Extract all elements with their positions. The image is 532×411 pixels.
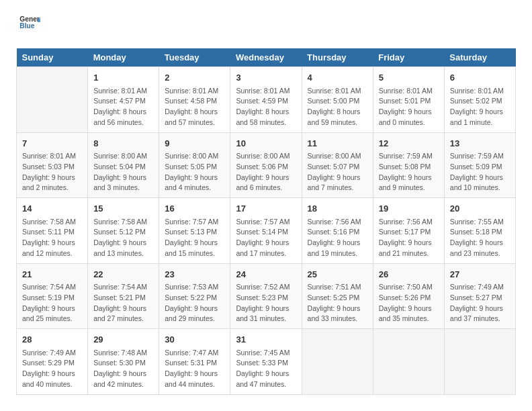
day-info: Sunrise: 7:57 AM Sunset: 5:14 PM Dayligh… xyxy=(236,217,296,259)
day-info: Sunrise: 8:01 AM Sunset: 5:00 PM Dayligh… xyxy=(308,86,367,128)
calendar-cell: 11Sunrise: 8:00 AM Sunset: 5:07 PM Dayli… xyxy=(302,132,373,198)
column-header-monday: Monday xyxy=(88,48,159,67)
day-info: Sunrise: 8:01 AM Sunset: 5:01 PM Dayligh… xyxy=(379,86,439,128)
day-number: 25 xyxy=(308,268,367,281)
calendar-cell: 30Sunrise: 7:47 AM Sunset: 5:31 PM Dayli… xyxy=(159,329,230,395)
calendar-cell: 26Sunrise: 7:50 AM Sunset: 5:26 PM Dayli… xyxy=(373,263,444,329)
calendar-week-row: 7Sunrise: 8:01 AM Sunset: 5:03 PM Daylig… xyxy=(17,132,516,198)
calendar-header-row: SundayMondayTuesdayWednesdayThursdayFrid… xyxy=(17,48,516,67)
calendar-week-row: 21Sunrise: 7:54 AM Sunset: 5:19 PM Dayli… xyxy=(17,263,516,329)
page-header: General Blue xyxy=(16,13,516,38)
calendar-cell: 13Sunrise: 7:59 AM Sunset: 5:09 PM Dayli… xyxy=(444,132,515,198)
day-number: 9 xyxy=(165,137,224,150)
day-number: 2 xyxy=(165,71,224,85)
day-info: Sunrise: 8:01 AM Sunset: 4:57 PM Dayligh… xyxy=(93,86,153,128)
day-number: 28 xyxy=(22,333,82,347)
calendar-cell: 10Sunrise: 8:00 AM Sunset: 5:06 PM Dayli… xyxy=(230,132,302,198)
calendar-cell: 9Sunrise: 8:00 AM Sunset: 5:05 PM Daylig… xyxy=(159,132,230,198)
day-info: Sunrise: 8:01 AM Sunset: 5:02 PM Dayligh… xyxy=(450,86,510,128)
day-number: 22 xyxy=(93,268,153,281)
calendar-cell: 6Sunrise: 8:01 AM Sunset: 5:02 PM Daylig… xyxy=(444,67,515,133)
day-info: Sunrise: 7:57 AM Sunset: 5:13 PM Dayligh… xyxy=(165,217,224,259)
day-number: 3 xyxy=(236,71,296,85)
calendar-cell: 5Sunrise: 8:01 AM Sunset: 5:01 PM Daylig… xyxy=(373,67,444,133)
day-info: Sunrise: 7:59 AM Sunset: 5:09 PM Dayligh… xyxy=(450,151,510,193)
day-number: 29 xyxy=(93,333,153,347)
day-number: 19 xyxy=(379,202,439,216)
calendar-cell: 25Sunrise: 7:51 AM Sunset: 5:25 PM Dayli… xyxy=(302,263,373,329)
calendar-cell: 20Sunrise: 7:55 AM Sunset: 5:18 PM Dayli… xyxy=(444,198,515,264)
column-header-friday: Friday xyxy=(373,48,444,67)
day-number: 31 xyxy=(236,333,296,347)
calendar-cell: 29Sunrise: 7:48 AM Sunset: 5:30 PM Dayli… xyxy=(88,329,159,395)
calendar-cell: 21Sunrise: 7:54 AM Sunset: 5:19 PM Dayli… xyxy=(17,263,88,329)
day-info: Sunrise: 7:51 AM Sunset: 5:25 PM Dayligh… xyxy=(308,282,367,324)
day-number: 18 xyxy=(308,202,367,216)
calendar-cell: 14Sunrise: 7:58 AM Sunset: 5:11 PM Dayli… xyxy=(17,198,88,264)
column-header-saturday: Saturday xyxy=(444,48,515,67)
calendar-cell: 19Sunrise: 7:56 AM Sunset: 5:17 PM Dayli… xyxy=(373,198,444,264)
day-info: Sunrise: 7:55 AM Sunset: 5:18 PM Dayligh… xyxy=(450,217,510,259)
day-number: 1 xyxy=(93,71,153,85)
day-info: Sunrise: 8:00 AM Sunset: 5:07 PM Dayligh… xyxy=(308,151,367,193)
calendar-cell: 12Sunrise: 7:59 AM Sunset: 5:08 PM Dayli… xyxy=(373,132,444,198)
logo: General Blue xyxy=(16,13,40,38)
calendar-cell: 7Sunrise: 8:01 AM Sunset: 5:03 PM Daylig… xyxy=(17,132,88,198)
column-header-thursday: Thursday xyxy=(302,48,373,67)
calendar-cell: 18Sunrise: 7:56 AM Sunset: 5:16 PM Dayli… xyxy=(302,198,373,264)
day-number: 17 xyxy=(236,202,296,216)
calendar-table: SundayMondayTuesdayWednesdayThursdayFrid… xyxy=(16,48,516,395)
day-number: 11 xyxy=(308,137,367,150)
day-number: 16 xyxy=(165,202,224,216)
day-info: Sunrise: 7:59 AM Sunset: 5:08 PM Dayligh… xyxy=(379,151,439,193)
day-number: 5 xyxy=(379,71,439,85)
day-number: 4 xyxy=(308,71,367,85)
calendar-cell: 16Sunrise: 7:57 AM Sunset: 5:13 PM Dayli… xyxy=(159,198,230,264)
day-number: 27 xyxy=(450,268,510,281)
day-number: 8 xyxy=(93,137,153,150)
day-info: Sunrise: 8:00 AM Sunset: 5:06 PM Dayligh… xyxy=(236,151,296,193)
calendar-cell xyxy=(373,329,444,395)
day-info: Sunrise: 7:58 AM Sunset: 5:11 PM Dayligh… xyxy=(22,217,82,259)
calendar-cell: 28Sunrise: 7:49 AM Sunset: 5:29 PM Dayli… xyxy=(17,329,88,395)
day-number: 13 xyxy=(450,137,510,150)
day-info: Sunrise: 7:54 AM Sunset: 5:21 PM Dayligh… xyxy=(93,282,153,324)
day-number: 14 xyxy=(22,202,82,216)
day-number: 24 xyxy=(236,268,296,281)
day-number: 7 xyxy=(22,137,82,150)
day-number: 6 xyxy=(450,71,510,85)
day-info: Sunrise: 8:01 AM Sunset: 4:58 PM Dayligh… xyxy=(165,86,224,128)
calendar-cell: 31Sunrise: 7:45 AM Sunset: 5:33 PM Dayli… xyxy=(230,329,302,395)
column-header-wednesday: Wednesday xyxy=(230,48,302,67)
day-info: Sunrise: 7:49 AM Sunset: 5:27 PM Dayligh… xyxy=(450,282,510,324)
day-info: Sunrise: 7:54 AM Sunset: 5:19 PM Dayligh… xyxy=(22,282,82,324)
day-number: 23 xyxy=(165,268,224,281)
day-info: Sunrise: 7:56 AM Sunset: 5:16 PM Dayligh… xyxy=(308,217,367,259)
calendar-week-row: 1Sunrise: 8:01 AM Sunset: 4:57 PM Daylig… xyxy=(17,67,516,133)
day-number: 30 xyxy=(165,333,224,347)
calendar-cell: 23Sunrise: 7:53 AM Sunset: 5:22 PM Dayli… xyxy=(159,263,230,329)
calendar-cell xyxy=(444,329,515,395)
day-info: Sunrise: 7:47 AM Sunset: 5:31 PM Dayligh… xyxy=(165,348,224,390)
day-number: 10 xyxy=(236,137,296,150)
day-number: 21 xyxy=(22,268,82,281)
day-number: 12 xyxy=(379,137,439,150)
svg-text:Blue: Blue xyxy=(19,22,34,30)
calendar-week-row: 28Sunrise: 7:49 AM Sunset: 5:29 PM Dayli… xyxy=(17,329,516,395)
calendar-cell: 24Sunrise: 7:52 AM Sunset: 5:23 PM Dayli… xyxy=(230,263,302,329)
day-info: Sunrise: 8:00 AM Sunset: 5:04 PM Dayligh… xyxy=(93,151,153,193)
day-info: Sunrise: 7:48 AM Sunset: 5:30 PM Dayligh… xyxy=(93,348,153,390)
calendar-cell xyxy=(302,329,373,395)
svg-text:General: General xyxy=(19,15,40,23)
calendar-cell: 17Sunrise: 7:57 AM Sunset: 5:14 PM Dayli… xyxy=(230,198,302,264)
day-info: Sunrise: 7:45 AM Sunset: 5:33 PM Dayligh… xyxy=(236,348,296,390)
day-info: Sunrise: 7:52 AM Sunset: 5:23 PM Dayligh… xyxy=(236,282,296,324)
day-info: Sunrise: 8:01 AM Sunset: 4:59 PM Dayligh… xyxy=(236,86,296,128)
day-info: Sunrise: 7:58 AM Sunset: 5:12 PM Dayligh… xyxy=(93,217,153,259)
day-info: Sunrise: 7:56 AM Sunset: 5:17 PM Dayligh… xyxy=(379,217,439,259)
calendar-cell: 1Sunrise: 8:01 AM Sunset: 4:57 PM Daylig… xyxy=(88,67,159,133)
calendar-cell xyxy=(17,67,88,133)
calendar-cell: 2Sunrise: 8:01 AM Sunset: 4:58 PM Daylig… xyxy=(159,67,230,133)
day-info: Sunrise: 7:50 AM Sunset: 5:26 PM Dayligh… xyxy=(379,282,439,324)
calendar-week-row: 14Sunrise: 7:58 AM Sunset: 5:11 PM Dayli… xyxy=(17,198,516,264)
